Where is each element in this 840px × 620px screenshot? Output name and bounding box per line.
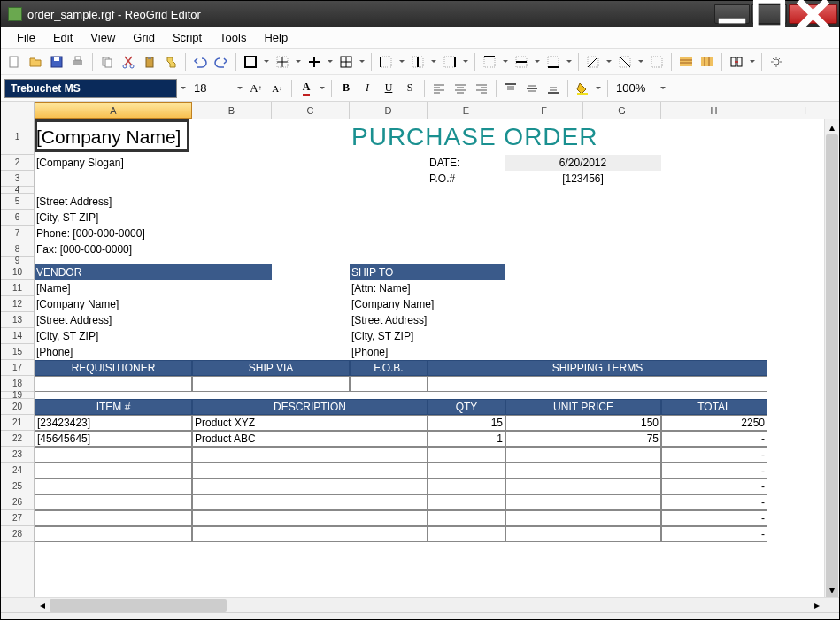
valign-mid-button[interactable]	[522, 79, 542, 98]
row-header[interactable]: 4	[1, 187, 34, 194]
row-header[interactable]: 19	[1, 392, 34, 399]
cell[interactable]	[350, 376, 428, 392]
cell[interactable]	[35, 478, 192, 494]
slogan-cell[interactable]: [Company Slogan]	[35, 155, 192, 171]
row-header[interactable]: 7	[1, 226, 34, 241]
dropdown-icon[interactable]	[533, 52, 542, 72]
cell[interactable]	[35, 376, 192, 392]
row-header[interactable]: 13	[1, 312, 34, 328]
dropdown-icon[interactable]	[605, 52, 613, 72]
po-label[interactable]: P.O.#	[428, 171, 505, 187]
settings-button[interactable]	[767, 52, 786, 72]
align-right-button[interactable]	[472, 79, 491, 98]
cell[interactable]	[505, 526, 661, 542]
dropdown-icon[interactable]	[429, 52, 438, 72]
cell[interactable]	[272, 280, 350, 296]
copy-button[interactable]	[97, 52, 117, 72]
row-header[interactable]: 15	[1, 344, 34, 360]
row-header[interactable]: 24	[1, 463, 34, 478]
cell[interactable]	[428, 376, 767, 392]
vendor-cell[interactable]: [Phone]	[35, 344, 272, 360]
border-inside-button[interactable]	[273, 52, 292, 72]
minimize-button[interactable]	[714, 4, 750, 24]
dropdown-icon[interactable]	[748, 52, 757, 72]
align-center-button[interactable]	[451, 79, 470, 98]
row-header[interactable]: 1	[1, 119, 34, 155]
dropdown-icon[interactable]	[461, 52, 470, 72]
item-qty[interactable]: 1	[428, 431, 505, 447]
cell[interactable]	[35, 187, 831, 194]
shipto-cell[interactable]: [Street Address]	[350, 312, 583, 328]
column-header[interactable]: F	[505, 102, 583, 119]
row-header[interactable]: 27	[1, 510, 34, 526]
dropdown-icon[interactable]	[294, 52, 303, 72]
address-cell[interactable]: [City, ST ZIP]	[35, 210, 192, 226]
row-header[interactable]: 26	[1, 494, 34, 510]
cell[interactable]	[35, 447, 192, 463]
scroll-thumb[interactable]	[826, 134, 838, 597]
row-header[interactable]: 5	[1, 194, 34, 210]
style2-button[interactable]	[697, 52, 717, 72]
item-total[interactable]: -	[661, 431, 767, 447]
shipto-cell[interactable]: [City, ST ZIP]	[350, 328, 583, 344]
cell[interactable]	[428, 510, 505, 526]
vertical-scrollbar[interactable]: ▴ ▾	[824, 119, 839, 597]
menu-tools[interactable]: Tools	[211, 28, 255, 47]
cell[interactable]	[505, 494, 661, 510]
cell[interactable]	[192, 494, 428, 510]
shipto-header[interactable]: SHIP TO	[350, 264, 505, 280]
fill-color-button[interactable]	[573, 79, 592, 98]
menu-view[interactable]: View	[81, 28, 124, 47]
row-header[interactable]: 17	[1, 360, 34, 376]
date-label[interactable]: DATE:	[428, 155, 505, 171]
dropdown-icon[interactable]	[326, 52, 335, 72]
cell[interactable]	[35, 392, 831, 399]
border-right-button[interactable]	[440, 52, 459, 72]
row-header[interactable]: 9	[1, 257, 34, 264]
cell[interactable]	[35, 494, 192, 510]
cell[interactable]	[272, 344, 350, 360]
menu-help[interactable]: Help	[255, 28, 297, 47]
item-desc[interactable]: Product ABC	[192, 431, 428, 447]
cell[interactable]	[505, 478, 661, 494]
cell[interactable]	[428, 494, 505, 510]
item-qty[interactable]: 15	[428, 415, 505, 431]
shipto-cell[interactable]: [Attn: Name]	[350, 280, 583, 296]
border-vmid-button[interactable]	[408, 52, 428, 72]
item-price[interactable]: 150	[505, 415, 661, 431]
phone-cell[interactable]: Phone: [000-000-0000]	[35, 226, 272, 241]
dropdown-icon[interactable]	[235, 79, 244, 98]
new-button[interactable]	[4, 52, 24, 72]
dropdown-icon[interactable]	[636, 52, 645, 72]
border-all-button[interactable]	[336, 52, 356, 72]
scroll-up-icon[interactable]: ▴	[825, 119, 839, 134]
tbl2-hdr[interactable]: UNIT PRICE	[505, 399, 661, 415]
title-cell[interactable]: PURCHASE ORDER	[350, 119, 767, 155]
vendor-cell[interactable]: [City, ST ZIP]	[35, 328, 272, 344]
cell[interactable]	[505, 510, 661, 526]
cell[interactable]	[192, 510, 428, 526]
cell[interactable]	[192, 119, 350, 155]
row-header[interactable]: 2	[1, 155, 34, 171]
dropdown-icon[interactable]	[179, 79, 188, 98]
column-header[interactable]: I	[767, 102, 839, 119]
strike-button[interactable]: S	[400, 79, 420, 98]
font-size-select[interactable]: 18	[189, 79, 234, 98]
border-diag2-button[interactable]	[615, 52, 635, 72]
shipto-cell[interactable]: [Company Name]	[350, 296, 583, 312]
dropdown-icon[interactable]	[262, 52, 271, 72]
cell[interactable]	[505, 447, 661, 463]
column-header[interactable]: C	[272, 102, 350, 119]
cell[interactable]	[192, 447, 428, 463]
cell[interactable]	[35, 510, 192, 526]
vendor-cell[interactable]: [Name]	[35, 280, 272, 296]
cell[interactable]	[35, 463, 192, 478]
border-none-button[interactable]	[647, 52, 667, 72]
dropdown-icon[interactable]	[397, 52, 406, 72]
item-total[interactable]: -	[661, 463, 767, 478]
column-header[interactable]: A	[35, 102, 192, 119]
cell[interactable]	[428, 463, 505, 478]
item-total[interactable]: 2250	[661, 415, 767, 431]
dropdown-icon[interactable]	[318, 79, 327, 98]
style1-button[interactable]	[676, 52, 696, 72]
